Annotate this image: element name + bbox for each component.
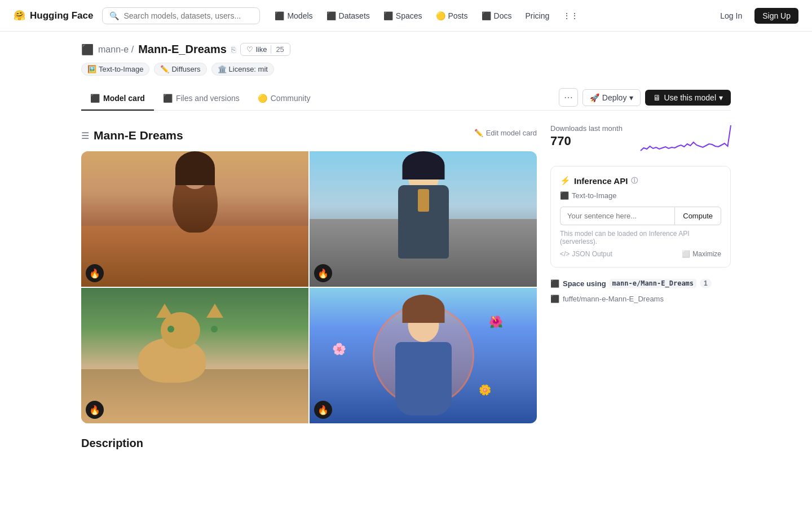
use-model-button[interactable]: 🖥 Use this model ▾ <box>645 90 731 106</box>
chevron-down-icon: ▾ <box>629 93 633 102</box>
downloads-section: Downloads last month 770 <box>550 124 731 152</box>
tag-text-to-image-label: Text-to-Image <box>99 65 143 73</box>
more-options-button[interactable]: ⋯ <box>559 88 578 107</box>
more-icon: ⋮⋮ <box>563 11 579 20</box>
heart-icon: ♡ <box>246 45 253 54</box>
deploy-button[interactable]: 🚀 Deploy ▾ <box>582 89 641 106</box>
signup-button[interactable]: Sign Up <box>754 8 798 24</box>
maximize-label: Maximize <box>692 250 721 258</box>
downloads-label: Downloads last month <box>550 124 623 133</box>
inference-text-input[interactable] <box>560 207 674 225</box>
page-content: ⬛ mann-e / Mann-E_Dreams ⎘ ♡ like 25 🖼️ … <box>68 32 744 450</box>
search-input[interactable] <box>123 11 248 20</box>
brand-name: Hugging Face <box>30 10 93 21</box>
lightning-icon: ⚡ <box>560 176 571 186</box>
info-icon[interactable]: ⓘ <box>631 176 638 186</box>
edit-icon: ✏️ <box>474 129 483 137</box>
code-icon: </> <box>560 250 570 258</box>
inference-note: This model can be loaded on Inference AP… <box>560 230 721 246</box>
avatar-overlay-3: 🔥 <box>86 401 104 419</box>
tabs-bar: ⬛ Model card ⬛ Files and versions 🟡 Comm… <box>81 87 731 111</box>
description-title: Description <box>81 437 537 450</box>
json-output-toggle[interactable]: </> JSON Output <box>560 250 612 258</box>
tag-diffusers-label: Diffusers <box>171 65 200 73</box>
brand-icon: 🤗 <box>14 10 25 21</box>
nav-docs[interactable]: ⬛ Docs <box>476 8 518 24</box>
brand-logo[interactable]: 🤗 Hugging Face <box>14 10 93 21</box>
models-icon: ⬛ <box>275 11 284 20</box>
tags-row: 🖼️ Text-to-Image ✏️ Diffusers 🏛️ License… <box>81 63 731 76</box>
nav-spaces[interactable]: ⬛ Spaces <box>378 8 428 24</box>
nav-datasets-label: Datasets <box>339 11 370 20</box>
nav-more[interactable]: ⋮⋮ <box>557 8 584 24</box>
image-cell-1: 🔥 <box>81 151 308 287</box>
nav-posts[interactable]: 🟡 Posts <box>430 8 474 24</box>
main-content: ☰ Mann-E Dreams ✏️ Edit model card <box>81 111 731 450</box>
tag-license[interactable]: 🏛️ License: mit <box>211 63 274 76</box>
login-button[interactable]: Log In <box>712 8 750 24</box>
tab-model-card-icon: ⬛ <box>90 94 100 103</box>
inference-type-label: Text-to-Image <box>572 191 616 200</box>
use-model-label: Use this model <box>664 93 716 102</box>
maximize-button[interactable]: ⬜ Maximize <box>682 250 721 258</box>
image-4: 🌺 🌸 🌼 <box>310 288 537 423</box>
tab-community[interactable]: 🟡 Community <box>249 87 320 111</box>
namespace-link[interactable]: mann-e <box>98 45 129 54</box>
model-card-title: Mann-E Dreams <box>94 129 183 142</box>
nav-posts-label: Posts <box>448 11 468 20</box>
tag-diffusers[interactable]: ✏️ Diffusers <box>154 63 206 76</box>
tab-files-versions[interactable]: ⬛ Files and versions <box>154 87 249 111</box>
model-name: Mann-E_Dreams <box>138 43 227 56</box>
compute-button[interactable]: Compute <box>674 207 721 225</box>
inference-api-subtitle: ⬛ Text-to-Image <box>560 191 721 200</box>
space-count: 1 <box>700 279 712 288</box>
space-using-title: ⬛ Space using mann-e/Mann-E_Dreams 1 <box>550 279 731 288</box>
image-cell-2: 🔥 <box>310 151 537 287</box>
chart-svg <box>641 124 731 152</box>
nav-pricing[interactable]: Pricing <box>519 8 555 24</box>
model-card-content: ☰ Mann-E Dreams ✏️ Edit model card <box>81 124 537 450</box>
inference-type-icon: ⬛ <box>560 191 569 200</box>
tag-diffusers-icon: ✏️ <box>160 65 169 73</box>
downloads-chart <box>641 124 731 152</box>
inference-api-label: Inference API <box>574 176 628 186</box>
tab-model-card[interactable]: ⬛ Model card <box>81 87 154 111</box>
search-box[interactable]: 🔍 <box>102 7 260 24</box>
like-button[interactable]: ♡ like 25 <box>240 43 290 56</box>
monitor-icon: 🖥 <box>653 93 661 102</box>
tab-actions: ⋯ 🚀 Deploy ▾ 🖥 Use this model ▾ <box>559 88 731 109</box>
space-item-label: fuffet/mann-e-Mann-E_Dreams <box>563 295 664 303</box>
like-count: 25 <box>271 45 284 54</box>
edit-label: Edit model card <box>486 129 537 137</box>
datasets-icon: ⬛ <box>326 11 336 20</box>
space-item-1[interactable]: ⬛ fuffet/mann-e-Mann-E_Dreams <box>550 292 731 305</box>
edit-bar-row: ☰ Mann-E Dreams ✏️ Edit model card <box>81 129 537 142</box>
model-title-row: ☰ Mann-E Dreams <box>81 129 537 142</box>
nav-models[interactable]: ⬛ Models <box>269 8 318 24</box>
tab-community-icon: 🟡 <box>258 94 267 103</box>
tab-files-versions-label: Files and versions <box>176 94 240 103</box>
avatar-overlay-2: 🔥 <box>314 264 332 282</box>
inference-footer: </> JSON Output ⬜ Maximize <box>560 250 721 258</box>
nav-datasets[interactable]: ⬛ Datasets <box>321 8 376 24</box>
nav-pricing-label: Pricing <box>525 11 549 20</box>
edit-model-card-btn[interactable]: ✏️ Edit model card <box>474 129 537 137</box>
model-namespace: mann-e / <box>98 45 134 55</box>
image-2 <box>310 151 537 287</box>
downloads-info: Downloads last month 770 <box>550 124 623 148</box>
tab-community-label: Community <box>271 94 311 103</box>
like-label: like <box>256 45 267 54</box>
posts-icon: 🟡 <box>436 11 445 20</box>
tag-text-to-image[interactable]: 🖼️ Text-to-Image <box>81 63 149 76</box>
inference-api-title: ⚡ Inference API ⓘ <box>560 176 721 186</box>
inference-api-card: ⚡ Inference API ⓘ ⬛ Text-to-Image Comput… <box>550 166 731 268</box>
tab-files-icon: ⬛ <box>163 94 173 103</box>
inference-input-row: Compute <box>560 207 721 225</box>
nav-docs-label: Docs <box>494 11 512 20</box>
nav-links: ⬛ Models ⬛ Datasets ⬛ Spaces 🟡 Posts ⬛ D… <box>269 8 712 24</box>
json-output-label: JSON Output <box>572 250 612 258</box>
copy-icon[interactable]: ⎘ <box>231 45 236 54</box>
spaces-icon: ⬛ <box>383 11 393 20</box>
downloads-header: Downloads last month 770 <box>550 124 731 152</box>
hamburger-icon[interactable]: ☰ <box>81 130 89 141</box>
